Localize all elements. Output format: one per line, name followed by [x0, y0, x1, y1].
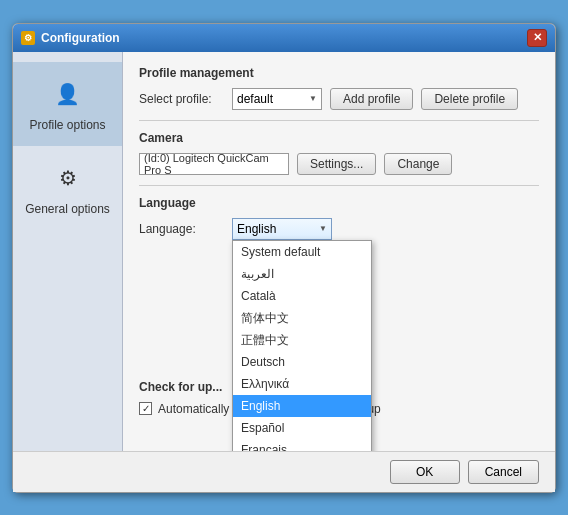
window-title: Configuration	[41, 31, 120, 45]
separator-1	[139, 120, 539, 121]
app-icon: ⚙	[21, 31, 35, 45]
title-bar-left: ⚙ Configuration	[21, 31, 120, 45]
add-profile-button[interactable]: Add profile	[330, 88, 413, 110]
camera-title: Camera	[139, 131, 539, 145]
lang-option-zh-t[interactable]: 正體中文	[233, 329, 371, 351]
sidebar-item-general-options[interactable]: ⚙ General options	[13, 146, 122, 230]
camera-device-display: (Id:0) Logitech QuickCam Pro S	[139, 153, 289, 175]
language-dropdown-list: System default العربية Català 简体中文 正體中文 …	[232, 240, 372, 451]
profile-icon: 👤	[50, 76, 86, 112]
language-select-arrow: ▼	[319, 224, 327, 233]
separator-2	[139, 185, 539, 186]
lang-option-el[interactable]: Ελληνικά	[233, 373, 371, 395]
select-profile-label: Select profile:	[139, 92, 224, 106]
camera-row: (Id:0) Logitech QuickCam Pro S Settings.…	[139, 153, 539, 175]
main-content: Profile management Select profile: defau…	[123, 52, 555, 451]
profile-management-title: Profile management	[139, 66, 539, 80]
ok-button[interactable]: OK	[390, 460, 460, 484]
profile-select[interactable]: default ▼	[232, 88, 322, 110]
language-select-value: English	[237, 222, 276, 236]
sidebar: 👤 Profile options ⚙ General options	[13, 52, 123, 451]
select-profile-row: Select profile: default ▼ Add profile De…	[139, 88, 539, 110]
lang-option-en[interactable]: English	[233, 395, 371, 417]
language-row: Language: English ▼ System default العرب…	[139, 218, 539, 240]
configuration-window: ⚙ Configuration ✕ 👤 Profile options ⚙ Ge…	[12, 23, 556, 493]
lang-option-es[interactable]: Español	[233, 417, 371, 439]
window-body: 👤 Profile options ⚙ General options Prof…	[13, 52, 555, 451]
delete-profile-button[interactable]: Delete profile	[421, 88, 518, 110]
sidebar-label-profile: Profile options	[29, 118, 105, 132]
lang-option-de[interactable]: Deutsch	[233, 351, 371, 373]
language-title: Language	[139, 196, 539, 210]
lang-option-zh-s[interactable]: 简体中文	[233, 307, 371, 329]
cancel-button[interactable]: Cancel	[468, 460, 539, 484]
lang-option-ar[interactable]: العربية	[233, 263, 371, 285]
profile-select-value: default	[237, 92, 273, 106]
language-select[interactable]: English ▼	[232, 218, 332, 240]
auto-check-checkbox[interactable]: ✓	[139, 402, 152, 415]
footer: OK Cancel	[13, 451, 555, 492]
profile-select-arrow: ▼	[309, 94, 317, 103]
title-bar: ⚙ Configuration ✕	[13, 24, 555, 52]
lang-option-ca[interactable]: Català	[233, 285, 371, 307]
general-icon: ⚙	[50, 160, 86, 196]
change-button[interactable]: Change	[384, 153, 452, 175]
camera-device-text: (Id:0) Logitech QuickCam Pro S	[144, 153, 284, 175]
close-button[interactable]: ✕	[527, 29, 547, 47]
sidebar-item-profile-options[interactable]: 👤 Profile options	[13, 62, 122, 146]
language-dropdown-container: English ▼ System default العربية Català …	[232, 218, 332, 240]
sidebar-label-general: General options	[25, 202, 110, 216]
settings-button[interactable]: Settings...	[297, 153, 376, 175]
lang-option-system-default[interactable]: System default	[233, 241, 371, 263]
language-label: Language:	[139, 222, 224, 236]
lang-option-fr[interactable]: Français	[233, 439, 371, 451]
